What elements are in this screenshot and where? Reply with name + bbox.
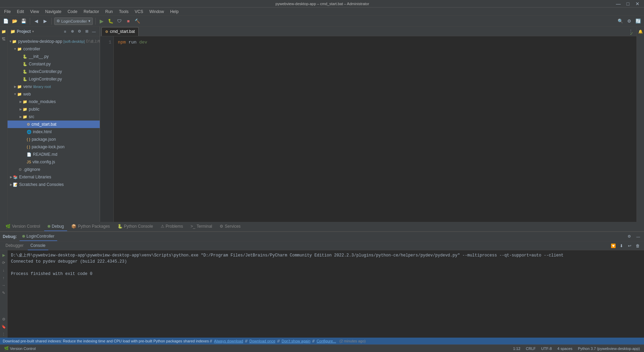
forward-button[interactable]: ▶ (41, 17, 49, 25)
tab-python-packages[interactable]: 📦 Python Packages (68, 222, 113, 231)
line-col-status[interactable]: 1:12 (512, 345, 522, 352)
tab-problems[interactable]: ⚠ Problems (157, 222, 187, 231)
menu-item-help[interactable]: Help (168, 9, 182, 15)
tree-src-folder[interactable]: ▶ 📁 src (8, 113, 100, 121)
debug-session-tab[interactable]: LoginController (20, 232, 57, 241)
debug-left-bar: ▶ ⟳ ↓ ↑ → ✎ ⚙ 🔖 ⋮ (0, 250, 8, 338)
debugger-tab[interactable]: Debugger (3, 241, 26, 250)
tree-readme-file[interactable]: 📄 README.md (8, 151, 100, 158)
always-download-link[interactable]: Always download (214, 339, 243, 343)
tree-cmd-start-file[interactable]: ⚙ cmd_start.bat (8, 121, 100, 128)
download-once-link[interactable]: Download once (249, 339, 275, 343)
menu-item-file[interactable]: File (1, 9, 13, 15)
tree-index-controller-file[interactable]: 🐍 IndexController.py (8, 68, 100, 75)
debug-button[interactable]: 🐛 (107, 17, 114, 25)
menu-item-tools[interactable]: Tools (116, 9, 131, 15)
editor-area: ⚙ cmd_start.bat ⋮ 1 npm run dev ✓ (100, 27, 636, 222)
tab-services[interactable]: ⚙ Services (216, 222, 244, 231)
project-icon[interactable]: 📁 (0, 28, 7, 35)
tab-python-console[interactable]: 🐍 Python Console (114, 222, 157, 231)
tree-init-file[interactable]: 🐍 __init__.py (8, 53, 100, 60)
search-button[interactable]: 🔍 (617, 17, 624, 25)
py-pkg-icon: 📦 (71, 224, 76, 229)
menu-item-refactor[interactable]: Refactor (81, 9, 102, 15)
step-into-icon[interactable]: ↓ (0, 267, 7, 274)
tree-constant-file[interactable]: 🐍 Constant.py (8, 60, 100, 68)
code-editor[interactable]: npm run dev (114, 36, 636, 222)
save-button[interactable]: 💾 (20, 17, 27, 25)
tree-login-controller-file[interactable]: 🐍 LoginController.py (8, 75, 100, 83)
back-button[interactable]: ◀ (33, 17, 40, 25)
expand-panel-btn[interactable]: ⊞ (84, 28, 90, 35)
collapse-all-btn[interactable]: ≡ (62, 28, 68, 35)
tree-public-folder[interactable]: ▶ 📁 public (8, 105, 100, 113)
debug-minimize-btn[interactable]: — (635, 234, 641, 240)
encoding-status[interactable]: UTF-8 (540, 345, 553, 352)
project-panel-title: 📁 Project ▾ (10, 29, 34, 34)
evaluate-icon[interactable]: ✎ (0, 289, 7, 296)
debug-settings-btn[interactable]: ⚙ (626, 234, 632, 240)
menu-item-edit[interactable]: Edit (14, 9, 27, 15)
run-button[interactable]: ▶ (98, 17, 106, 25)
stop-button[interactable]: ■ (125, 17, 132, 25)
python-version-status[interactable]: Python 3.7 (pywebview-desktop-app) (577, 345, 641, 352)
close-button[interactable]: ✕ (634, 0, 641, 8)
notifications-icon[interactable]: 🔔 (637, 28, 644, 35)
minimize-panel-btn[interactable]: — (91, 28, 97, 35)
crlf-status[interactable]: CRLF (524, 345, 537, 352)
menu-item-run[interactable]: Run (102, 9, 115, 15)
tree-index-html-file[interactable]: 🌐 index.html (8, 128, 100, 136)
dont-show-link[interactable]: Don't show again (282, 339, 310, 343)
tree-scratches[interactable]: ▶ 📝 Scratches and Consoles (8, 181, 100, 188)
run-cursor-icon[interactable]: → (0, 282, 7, 289)
tab-debug[interactable]: Debug (44, 222, 67, 231)
version-control-status[interactable]: 🌿 Version Control (3, 345, 37, 352)
menu-item-vcs[interactable]: VCS (132, 9, 146, 15)
tree-package-json-file[interactable]: { } package.json (8, 136, 100, 143)
locate-btn[interactable]: ⊕ (69, 28, 75, 35)
console-tab[interactable]: Console (28, 241, 48, 250)
tree-external-libs[interactable]: ▶ 📚 External Libraries (8, 173, 100, 181)
tab-version-control[interactable]: 🌿 Version Control (2, 222, 44, 231)
web-name: web (23, 92, 31, 97)
resume-icon[interactable]: ▶ (0, 252, 7, 259)
menu-item-view[interactable]: View (27, 9, 42, 15)
tree-venv-folder[interactable]: ▶ 📁 venv library root (8, 83, 100, 90)
crlf-value: CRLF (526, 347, 536, 351)
tree-package-lock-file[interactable]: { } package-lock.json (8, 143, 100, 151)
update-button[interactable]: 🔄 (634, 17, 642, 25)
settings-button[interactable]: ⚙ (626, 17, 633, 25)
editor-tab-cmd-start[interactable]: ⚙ cmd_start.bat (101, 27, 139, 36)
step-out-icon[interactable]: ↑ (0, 274, 7, 281)
tree-root[interactable]: ▼ 📁 pywebview-desktop-app [soft-desktip]… (8, 38, 100, 45)
clear-btn[interactable]: 🗑 (634, 242, 641, 249)
run-config-dropdown[interactable]: ⚙ LoginController ▾ (54, 17, 93, 25)
bookmark-icon[interactable]: 🔖 (0, 323, 7, 330)
coverage-button[interactable]: 🛡 (116, 17, 123, 25)
tree-node-modules-folder[interactable]: ▶ 📁 node_modules (8, 98, 100, 105)
structure-icon[interactable]: 🏗 (0, 36, 7, 42)
configure-link[interactable]: Configure... (317, 339, 336, 343)
indent-status[interactable]: 4 spaces (556, 345, 574, 352)
settings-panel-btn[interactable]: ⚙ (76, 28, 83, 35)
scroll-end-btn[interactable]: ⬇ (618, 242, 625, 249)
venv-arrow: ▶ (13, 85, 17, 89)
tree-gitignore-file[interactable]: ⚙ .gitignore (8, 166, 100, 173)
menu-item-window[interactable]: Window (147, 9, 167, 15)
tree-controller-folder[interactable]: ▼ 📁 controller (8, 45, 100, 53)
filter-btn[interactable]: 🔽 (610, 242, 617, 249)
menu-item-code[interactable]: Code (65, 9, 80, 15)
maximize-button[interactable]: □ (624, 0, 632, 8)
soft-wrap-btn[interactable]: ↩ (626, 242, 633, 249)
more-icon[interactable]: ⋮ (0, 331, 7, 338)
tab-terminal[interactable]: >_ Terminal (187, 222, 215, 231)
build-button[interactable]: 🔨 (134, 17, 141, 25)
tree-vite-config-file[interactable]: JS vite.config.js (8, 158, 100, 166)
open-button[interactable]: 📂 (11, 17, 18, 25)
tree-web-folder[interactable]: ▼ 📁 web (8, 90, 100, 98)
debug-settings-side[interactable]: ⚙ (0, 316, 7, 323)
new-file-button[interactable]: 📄 (2, 17, 10, 25)
minimize-button[interactable]: — (615, 0, 622, 8)
step-over-icon[interactable]: ⟳ (0, 259, 7, 266)
menu-item-navigate[interactable]: Navigate (42, 9, 64, 15)
